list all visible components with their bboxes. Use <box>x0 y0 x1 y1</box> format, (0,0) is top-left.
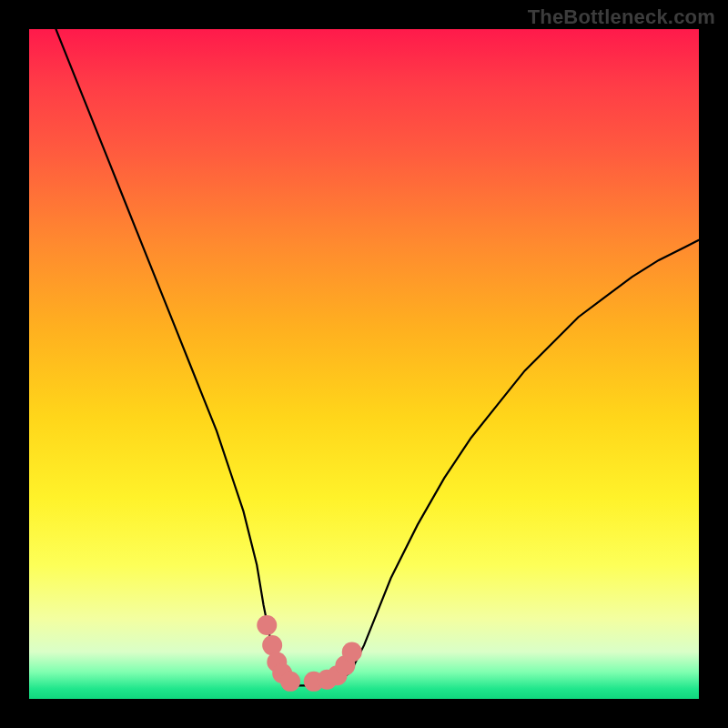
marker-dot <box>280 672 300 692</box>
chart-frame: TheBottleneck.com <box>0 0 728 728</box>
plot-area <box>29 29 699 699</box>
marker-dot <box>257 615 277 635</box>
chart-svg <box>29 29 699 699</box>
curve-layer <box>56 29 699 685</box>
markers-layer <box>257 615 361 692</box>
marker-dot <box>342 642 362 662</box>
bottleneck-curve <box>56 29 699 685</box>
watermark-text: TheBottleneck.com <box>528 5 715 29</box>
